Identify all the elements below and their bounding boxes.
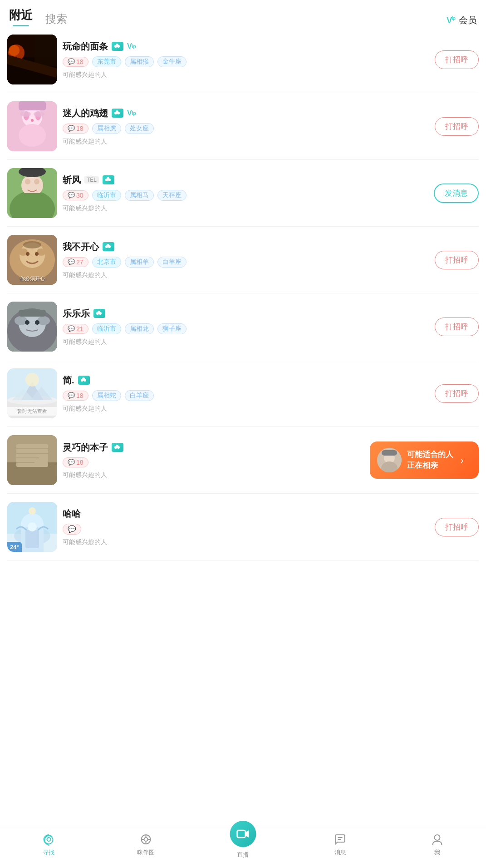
circle-nav-icon [138,832,153,847]
avatar[interactable] [7,435,57,485]
avatar[interactable]: 24° [7,502,57,552]
tag-age: 💬 [63,524,81,535]
user-action: 打招呼 [435,384,479,403]
user-list: 玩命的面条 Vip 💬 18 东莞市 属相猴 金牛座 可能感兴趣的人 打招呼 [0,26,486,560]
greet-button[interactable]: 打招呼 [435,518,479,536]
user-name-row: 迷人的鸡翅 Vip [63,107,426,119]
svg-point-61 [25,373,39,387]
user-name-row: 灵巧的本子 [63,441,361,454]
nav-item-search[interactable]: 寻找 [30,832,67,857]
svg-point-98 [435,835,440,840]
avatar[interactable] [7,302,57,352]
user-desc: 可能感兴趣的人 [63,538,426,546]
avatar-image [7,35,57,84]
tag-zodiac: 属相马 [125,190,154,201]
profile-nav-icon [430,832,445,847]
group-badge [103,242,114,251]
vip-badge: Vip [127,42,136,50]
user-tags: 💬 18 属相虎 处女座 [63,123,426,134]
nav-item-live[interactable]: 直播 [225,821,261,859]
tab-nearby[interactable]: 附近 [9,7,33,26]
match-arrow-icon: › [461,455,464,466]
svg-point-17 [20,111,31,117]
svg-rect-78 [382,450,397,456]
svg-point-32 [107,177,109,180]
user-info: 哈哈 💬 可能感兴趣的人 [57,508,431,546]
match-banner-content: 可能适合的人 正在相亲 [407,449,453,471]
svg-point-43 [107,244,109,247]
svg-point-50 [35,320,39,325]
message-nav-icon [333,832,348,847]
user-info: 灵巧的本子 💬 18 可能感兴趣的人 [57,441,366,479]
avatar[interactable] [7,35,57,84]
group-badge [78,376,90,385]
tag-age: 💬 30 [63,190,88,200]
user-name: 斩风 [63,174,81,186]
avatar[interactable] [7,168,57,218]
header: 附近 搜索 Vip 会员 [0,0,486,26]
message-button[interactable]: 发消息 [434,184,479,203]
tag-age: 💬 18 [63,124,88,134]
user-tags: 💬 21 临沂市 属相龙 狮子座 [63,323,426,334]
user-item: 迷人的鸡翅 Vip 💬 18 属相虎 处女座 可能感兴趣的人 打招呼 [7,93,479,160]
user-name: 迷人的鸡翅 [63,107,108,119]
group-badge [93,309,105,318]
svg-point-86 [28,522,37,531]
nav-item-message[interactable]: 消息 [322,832,358,857]
nav-label-circle: 咪伴圈 [137,848,155,857]
avatar[interactable]: 你必须开心 [7,235,57,285]
nav-label-message: 消息 [334,848,346,857]
greet-button[interactable]: 打招呼 [435,384,479,403]
svg-point-48 [37,316,50,325]
svg-rect-94 [237,830,245,838]
user-item: 暂时无法查看 简. 💬 18 属相蛇 白羊座 可能感兴趣的人 打招呼 [7,360,479,427]
match-banner[interactable]: 可能适合的人 正在相亲 › [370,441,479,479]
nav-item-circle[interactable]: 咪伴圈 [128,832,164,857]
greet-button[interactable]: 打招呼 [435,251,479,269]
svg-point-8 [116,44,118,46]
vip-member-button[interactable]: Vip 会员 [447,14,477,26]
greet-button[interactable]: 打招呼 [435,50,479,69]
tag-zodiac: 属相龙 [125,323,154,334]
user-item: 玩命的面条 Vip 💬 18 东莞市 属相猴 金牛座 可能感兴趣的人 打招呼 [7,26,479,93]
user-tags: 💬 18 东莞市 属相猴 金牛座 [63,56,426,67]
tag-age: 💬 18 [63,391,88,401]
user-name: 灵巧的本子 [63,441,108,454]
tag-age: 💬 18 [63,457,88,467]
user-info: 简. 💬 18 属相蛇 白羊座 可能感兴趣的人 [57,374,431,413]
tag-zodiac: 属相羊 [125,257,154,268]
tag-city: 东莞市 [92,56,121,67]
user-info: 斩风 TEL 💬 30 临沂市 属相马 天秤座 可能感兴趣的人 [57,174,430,213]
user-item: 乐乐乐 💬 21 临沂市 属相龙 狮子座 可能感兴趣的人 打招呼 [7,293,479,360]
user-action: 打招呼 [435,50,479,69]
greet-button[interactable]: 打招呼 [435,317,479,336]
tab-search[interactable]: 搜索 [45,12,67,26]
avatar[interactable]: 暂时无法查看 [7,368,57,418]
svg-point-84 [29,507,36,515]
tag-age: 💬 21 [63,324,88,334]
avatar-label-text: 暂时无法查看 [7,407,57,416]
tag-age: 💬 18 [63,57,88,67]
svg-point-22 [116,110,118,113]
svg-point-39 [35,252,39,256]
tag-zodiac: 属相猴 [125,56,154,67]
avatar[interactable] [7,101,57,151]
user-name-row: 我不开心 [63,241,426,253]
svg-point-38 [26,252,29,256]
avatar-overlay-text: 你必须开心 [7,275,57,282]
user-tags: 💬 18 [63,457,361,467]
vip-badge: Vip [127,109,136,117]
tag-horoscope: 白羊座 [157,257,187,268]
user-name: 我不开心 [63,241,99,253]
tag-zodiac: 属相蛇 [92,390,121,401]
user-name-row: 简. [63,374,426,387]
greet-button[interactable]: 打招呼 [435,117,479,136]
user-desc: 可能感兴趣的人 [63,138,426,146]
avatar-image [7,302,57,352]
user-name: 简. [63,374,74,387]
nav-item-profile[interactable]: 我 [419,832,456,857]
svg-rect-26 [21,193,44,218]
user-info: 玩命的面条 Vip 💬 18 东莞市 属相猴 金牛座 可能感兴趣的人 [57,40,431,79]
svg-point-74 [116,445,118,447]
avatar-temp-badge: 24° [7,542,22,552]
